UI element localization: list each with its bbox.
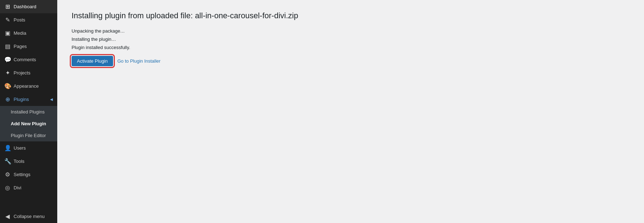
status-line-3: Plugin installed successfully. [72, 45, 630, 50]
sidebar-item-collapse[interactable]: ◀ Collapse menu [0, 210, 57, 223]
sidebar-item-divi[interactable]: ◎ Divi [0, 181, 57, 194]
sidebar-item-label: Media [14, 30, 26, 36]
sidebar-item-tools[interactable]: 🔧 Tools [0, 155, 57, 168]
sidebar-item-appearance[interactable]: 🎨 Appearance [0, 79, 57, 93]
comments-icon: 💬 [4, 56, 11, 63]
settings-icon: ⚙ [4, 171, 11, 178]
sidebar-item-pages[interactable]: ▤ Pages [0, 40, 57, 53]
sidebar-item-label: Posts [14, 17, 25, 23]
go-to-plugin-installer-link[interactable]: Go to Plugin Installer [117, 58, 161, 64]
sidebar-item-plugins[interactable]: ⊕ Plugins ◀ [0, 93, 57, 106]
sidebar-item-posts[interactable]: ✎ Posts [0, 13, 57, 26]
actions-row: Activate Plugin Go to Plugin Installer [72, 56, 630, 66]
main-content: Installing plugin from uploaded file: al… [57, 0, 644, 223]
activate-plugin-button[interactable]: Activate Plugin [72, 56, 113, 66]
pages-icon: ▤ [4, 43, 11, 50]
sidebar-item-projects[interactable]: ✦ Projects [0, 66, 57, 79]
sidebar-item-label: Settings [14, 172, 30, 177]
chevron-right-icon: ◀ [50, 97, 53, 101]
sidebar-item-label: Comments [14, 57, 36, 62]
sidebar-item-add-new-plugin[interactable]: Add New Plugin [0, 118, 57, 130]
sidebar-item-label: Collapse menu [14, 214, 45, 219]
sidebar-item-label: Appearance [14, 83, 39, 89]
sidebar-item-dashboard[interactable]: ⊞ Dashboard [0, 0, 57, 13]
sidebar-item-label: Pages [14, 44, 27, 49]
sidebar-item-users[interactable]: 👤 Users [0, 141, 57, 155]
divi-icon: ◎ [4, 184, 11, 191]
projects-icon: ✦ [4, 69, 11, 76]
add-new-plugin-label: Add New Plugin [11, 121, 46, 126]
plugins-submenu: Installed Plugins Add New Plugin Plugin … [0, 106, 57, 141]
sidebar-item-label: Dashboard [14, 4, 36, 9]
status-line-2: Installing the plugin… [72, 37, 630, 42]
tools-icon: 🔧 [4, 158, 11, 165]
dashboard-icon: ⊞ [4, 3, 11, 10]
sidebar: ⊞ Dashboard ✎ Posts ▣ Media ▤ Pages 💬 Co… [0, 0, 57, 223]
collapse-icon: ◀ [4, 213, 11, 220]
media-icon: ▣ [4, 30, 11, 37]
page-title: Installing plugin from uploaded file: al… [72, 11, 630, 21]
appearance-icon: 🎨 [4, 83, 11, 89]
sidebar-item-label: Tools [14, 159, 24, 164]
sidebar-item-label: Users [14, 145, 26, 151]
sidebar-item-media[interactable]: ▣ Media [0, 26, 57, 40]
plugins-icon: ⊕ [4, 96, 11, 103]
sidebar-item-plugin-file-editor[interactable]: Plugin File Editor [0, 130, 57, 141]
sidebar-item-installed-plugins[interactable]: Installed Plugins [0, 106, 57, 118]
sidebar-item-comments[interactable]: 💬 Comments [0, 53, 57, 66]
sidebar-item-label: Plugins [14, 97, 29, 102]
sidebar-item-label: Projects [14, 70, 30, 76]
posts-icon: ✎ [4, 16, 11, 23]
sidebar-item-label: Divi [14, 185, 21, 190]
users-icon: 👤 [4, 145, 11, 151]
plugin-file-editor-label: Plugin File Editor [11, 133, 46, 138]
sidebar-item-settings[interactable]: ⚙ Settings [0, 168, 57, 181]
installed-plugins-label: Installed Plugins [11, 109, 45, 115]
status-line-1: Unpacking the package… [72, 28, 630, 34]
